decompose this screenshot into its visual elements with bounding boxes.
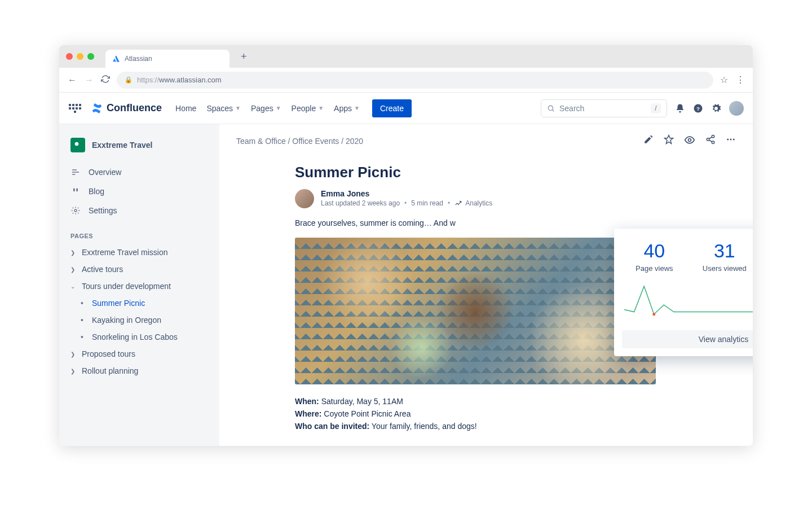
svg-point-8 xyxy=(712,141,714,144)
gear-icon xyxy=(70,206,81,215)
space-icon xyxy=(70,138,85,152)
author-avatar[interactable] xyxy=(295,189,314,208)
svg-text:?: ? xyxy=(696,105,700,111)
svg-point-6 xyxy=(712,135,714,138)
tree-item-tours-dev[interactable]: ⌄Tours under development xyxy=(65,278,214,295)
svg-point-0 xyxy=(548,106,553,110)
nav-spaces[interactable]: Spaces▼ xyxy=(204,100,243,116)
author-name[interactable]: Emma Jones xyxy=(321,189,492,198)
space-header[interactable]: Exxtreme Travel xyxy=(65,133,214,163)
who-label: Who can be invited: xyxy=(295,422,369,431)
when-value: Saturday, May 5, 11AM xyxy=(319,397,403,406)
when-label: When: xyxy=(295,397,319,406)
minimize-window[interactable] xyxy=(77,53,83,60)
svg-point-9 xyxy=(727,139,729,141)
tree-item-proposed[interactable]: ❯Proposed tours xyxy=(65,345,214,362)
stat-users-viewed: 31 Users viewed xyxy=(703,240,747,273)
atlassian-icon xyxy=(112,55,120,63)
hero-image xyxy=(295,238,656,384)
profile-avatar[interactable] xyxy=(729,101,744,116)
read-time: 5 min read xyxy=(411,199,443,207)
tree-item-kayaking[interactable]: •Kayaking in Oregon xyxy=(65,312,214,329)
chevron-right-icon: ❯ xyxy=(70,266,77,273)
tree-item-snorkeling[interactable]: •Snorkeling in Los Cabos xyxy=(65,329,214,345)
create-button[interactable]: Create xyxy=(372,99,412,117)
tree-item-rollout[interactable]: ❯Rollout planning xyxy=(65,362,214,379)
tree-item-summer-picnic[interactable]: •Summer Picnic xyxy=(65,295,214,312)
svg-point-13 xyxy=(652,313,655,316)
where-value: Coyote Point Picnic Area xyxy=(321,409,411,418)
analytics-icon xyxy=(454,199,462,207)
blog-icon xyxy=(70,187,81,196)
watch-icon[interactable] xyxy=(684,134,695,148)
chevron-down-icon: ⌄ xyxy=(70,283,77,290)
tree-item-mission[interactable]: ❯Exxtreme Travel mission xyxy=(65,244,214,261)
intro-text: Brace yourselves, summer is coming… And … xyxy=(295,218,656,227)
sidebar-settings[interactable]: Settings xyxy=(65,201,214,220)
svg-point-3 xyxy=(75,142,79,146)
reload-button[interactable] xyxy=(101,75,110,86)
chevron-down-icon: ▼ xyxy=(276,105,281,111)
more-icon[interactable] xyxy=(726,134,736,148)
chevron-down-icon: ▼ xyxy=(235,105,241,111)
browser-menu-icon[interactable]: ⋮ xyxy=(736,75,745,85)
share-icon[interactable] xyxy=(705,134,716,148)
nav-pages[interactable]: Pages▼ xyxy=(249,100,284,116)
chevron-right-icon: ❯ xyxy=(70,368,77,374)
svg-point-10 xyxy=(730,139,732,141)
tree-item-active-tours[interactable]: ❯Active tours xyxy=(65,261,214,278)
view-analytics-button[interactable]: View analytics xyxy=(622,330,753,348)
confluence-icon xyxy=(91,102,103,115)
browser-tab[interactable]: Atlassian xyxy=(105,50,230,68)
forward-button[interactable]: → xyxy=(84,75,94,85)
notifications-icon[interactable] xyxy=(675,103,685,113)
app-header: Confluence Home Spaces▼ Pages▼ People▼ A… xyxy=(59,93,753,124)
sidebar: Exxtreme Travel Overview Blog Settings P… xyxy=(59,124,219,446)
search-shortcut: / xyxy=(651,103,661,113)
settings-icon[interactable] xyxy=(711,103,721,113)
main-content: Team & Office / Office Events / 2020 Sum… xyxy=(219,124,753,446)
nav-apps[interactable]: Apps▼ xyxy=(332,100,362,116)
help-icon[interactable]: ? xyxy=(693,103,703,113)
confluence-logo[interactable]: Confluence xyxy=(91,102,162,115)
browser-chrome: Atlassian + ← → 🔒 https://www.atlassian.… xyxy=(59,45,753,93)
analytics-link[interactable]: Analytics xyxy=(454,199,492,207)
nav-people[interactable]: People▼ xyxy=(289,100,326,116)
chevron-right-icon: ❯ xyxy=(70,351,77,357)
analytics-popover: 40 Page views 31 Users viewed 3 Comments… xyxy=(614,229,753,356)
edit-icon[interactable] xyxy=(643,134,654,148)
tab-title: Atlassian xyxy=(125,55,152,63)
stat-page-views: 40 Page views xyxy=(636,240,673,273)
where-label: Where: xyxy=(295,409,321,418)
chevron-down-icon: ▼ xyxy=(354,105,360,111)
breadcrumb[interactable]: Team & Office / Office Events / 2020 xyxy=(236,137,363,146)
address-bar[interactable]: 🔒 https://www.atlassian.com xyxy=(117,72,713,89)
who-value: Your family, friends, and dogs! xyxy=(369,422,476,431)
bookmark-icon[interactable]: ☆ xyxy=(720,75,728,85)
window-controls xyxy=(66,53,94,60)
analytics-sparkline: 4 xyxy=(614,277,753,326)
last-updated: Last updated 2 weeks ago xyxy=(321,199,400,207)
svg-point-4 xyxy=(74,209,77,212)
sidebar-blog[interactable]: Blog xyxy=(65,182,214,201)
sidebar-overview[interactable]: Overview xyxy=(65,163,214,182)
nav-home[interactable]: Home xyxy=(173,100,198,116)
maximize-window[interactable] xyxy=(87,53,94,60)
chevron-down-icon: ▼ xyxy=(318,105,324,111)
overview-icon xyxy=(70,168,81,177)
svg-point-7 xyxy=(707,138,709,141)
search-input[interactable]: Search / xyxy=(541,99,667,117)
search-icon xyxy=(547,104,555,112)
chevron-right-icon: ❯ xyxy=(70,249,77,256)
close-window[interactable] xyxy=(66,53,73,60)
app-switcher-icon[interactable] xyxy=(68,102,82,115)
back-button[interactable]: ← xyxy=(67,75,77,85)
star-icon[interactable] xyxy=(664,134,674,148)
new-tab-button[interactable]: + xyxy=(241,51,247,63)
svg-point-5 xyxy=(689,139,691,142)
page-title: Summer Picnic xyxy=(295,164,656,181)
pages-section-header: PAGES xyxy=(65,220,214,244)
lock-icon: 🔒 xyxy=(125,76,133,84)
svg-point-11 xyxy=(733,139,735,141)
